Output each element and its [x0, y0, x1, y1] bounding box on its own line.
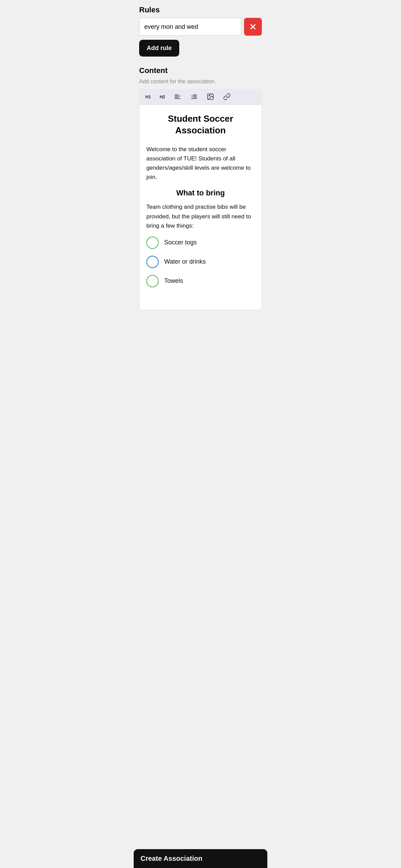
image-icon: [207, 93, 214, 100]
checklist-item: Water or drinks: [146, 256, 255, 268]
content-section: Content Add content for the association.…: [139, 66, 262, 310]
align-right-icon: [190, 93, 198, 100]
content-editor[interactable]: Student Soccer Association Welcome to th…: [139, 105, 262, 310]
toolbar-align-right-button[interactable]: [189, 92, 199, 101]
checklist-item-label: Towels: [164, 277, 183, 285]
toolbar-h2-button[interactable]: H2: [158, 94, 167, 100]
content-toolbar: H1 H2: [139, 89, 262, 105]
editor-title: Student Soccer Association: [146, 113, 255, 136]
rules-input[interactable]: [139, 18, 241, 36]
svg-point-11: [209, 95, 210, 96]
checklist-item-label: Soccer togs: [164, 239, 197, 246]
toolbar-image-button[interactable]: [205, 92, 216, 101]
editor-section-heading: What to bring: [146, 189, 255, 197]
checklist-item-label: Water or drinks: [164, 258, 206, 265]
checklist-circle-1: [146, 237, 159, 249]
add-rule-button[interactable]: Add rule: [139, 40, 179, 57]
rules-section-title: Rules: [139, 5, 262, 14]
content-subtitle: Add content for the association.: [139, 79, 262, 85]
clear-rule-button[interactable]: [244, 18, 262, 36]
checklist: Soccer togs Water or drinks Towels: [146, 237, 255, 287]
checklist-item: Towels: [146, 275, 255, 287]
content-section-title: Content: [139, 66, 262, 75]
align-left-icon: [174, 93, 181, 100]
toolbar-align-left-button[interactable]: [172, 92, 183, 101]
link-icon: [223, 93, 231, 100]
editor-intro: Welcome to the student soccer associatio…: [146, 145, 255, 182]
checklist-item: Soccer togs: [146, 237, 255, 249]
rules-input-row: [139, 18, 262, 36]
toolbar-link-button[interactable]: [222, 92, 232, 101]
checklist-circle-2: [146, 256, 159, 268]
h2-label: H2: [160, 94, 165, 99]
checklist-circle-3: [146, 275, 159, 287]
h1-label: H1: [145, 94, 151, 99]
editor-section-body: Team clothing and practise bibs will be …: [146, 202, 255, 230]
toolbar-h1-button[interactable]: H1: [144, 94, 152, 100]
